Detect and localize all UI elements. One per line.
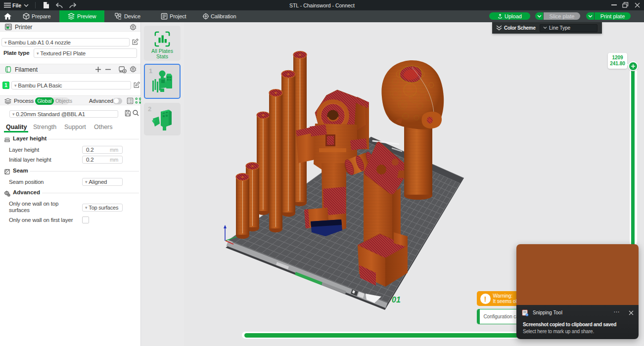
svg-text:01: 01 xyxy=(392,296,401,304)
